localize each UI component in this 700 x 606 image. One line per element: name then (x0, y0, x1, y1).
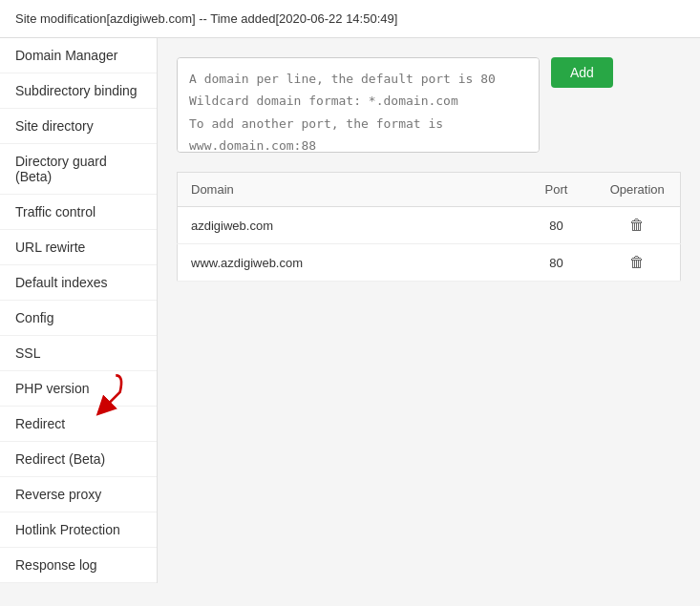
col-header-port: Port (519, 173, 595, 207)
domain-input-row: Add (177, 57, 681, 153)
col-header-domain: Domain (178, 173, 519, 207)
port-cell: 80 (519, 244, 595, 282)
page-title: Site modification[azdigiweb.com] -- Time… (15, 11, 397, 26)
delete-icon[interactable]: 🗑 (629, 217, 645, 233)
col-header-operation: Operation (595, 173, 681, 207)
sidebar-item-subdirectory-binding[interactable]: Subdirectory binding (0, 73, 157, 109)
sidebar-item-traffic-control[interactable]: Traffic control (0, 195, 157, 230)
domain-cell: www.azdigiweb.com (178, 244, 519, 282)
domain-table: Domain Port Operation azdigiweb.com 80 🗑… (177, 172, 681, 282)
operation-cell: 🗑 (595, 244, 681, 282)
operation-cell: 🗑 (595, 207, 681, 244)
sidebar-item-url-rewrite[interactable]: URL rewirte (0, 230, 157, 265)
sidebar-item-hotlink-protection[interactable]: Hotlink Protection (0, 512, 157, 548)
sidebar-item-domain-manager[interactable]: Domain Manager (0, 38, 157, 73)
sidebar-item-directory-guard[interactable]: Directory guard (Beta) (0, 144, 157, 195)
sidebar-item-php-version[interactable]: PHP version (0, 371, 157, 407)
sidebar-item-redirect[interactable]: Redirect (0, 407, 157, 442)
top-bar: Site modification[azdigiweb.com] -- Time… (0, 0, 700, 38)
domain-input[interactable] (177, 57, 540, 153)
add-button[interactable]: Add (551, 57, 613, 88)
delete-icon[interactable]: 🗑 (629, 254, 645, 270)
sidebar-item-default-indexes[interactable]: Default indexes (0, 265, 157, 301)
port-cell: 80 (519, 207, 595, 244)
domain-cell: azdigiweb.com (178, 207, 519, 244)
main-content: Add Domain Port Operation azdigiweb.com … (158, 38, 700, 605)
sidebar-item-site-directory[interactable]: Site directory (0, 109, 157, 144)
sidebar-item-redirect-beta[interactable]: Redirect (Beta) (0, 442, 157, 477)
table-row: azdigiweb.com 80 🗑 (178, 207, 681, 244)
table-row: www.azdigiweb.com 80 🗑 (178, 244, 681, 282)
sidebar-item-reverse-proxy[interactable]: Reverse proxy (0, 477, 157, 512)
sidebar-item-config[interactable]: Config (0, 301, 157, 336)
sidebar-item-ssl[interactable]: SSL (0, 336, 157, 371)
sidebar-item-response-log[interactable]: Response log (0, 548, 157, 583)
sidebar: Domain Manager Subdirectory binding Site… (0, 38, 158, 583)
